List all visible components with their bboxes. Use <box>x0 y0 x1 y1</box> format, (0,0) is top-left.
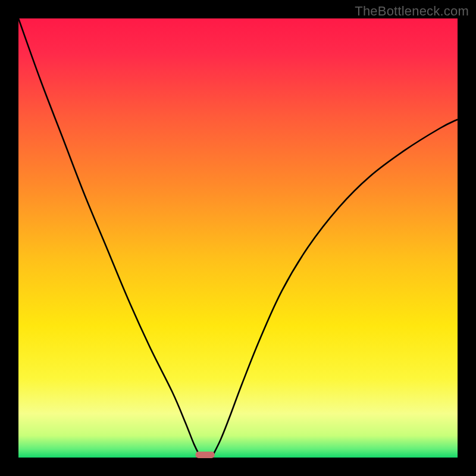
plot-background-gradient <box>18 18 458 458</box>
watermark-text: TheBottleneck.com <box>355 4 469 19</box>
bottleneck-chart <box>0 0 476 476</box>
bottleneck-min-marker <box>196 452 215 458</box>
